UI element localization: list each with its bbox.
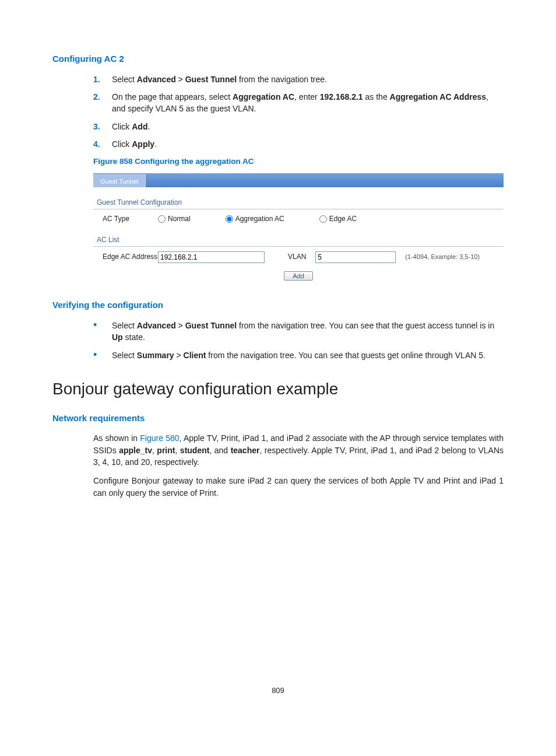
text: Click	[112, 139, 132, 149]
text: On the page that appears, select	[112, 92, 233, 102]
text: Select	[112, 321, 137, 330]
bold-agg-ac-address: Aggregation AC Address	[390, 92, 486, 102]
figure-caption: Figure 858 Configuring the aggregation A…	[93, 156, 504, 167]
radio-normal-label: Normal	[168, 214, 191, 224]
text: Select	[112, 351, 137, 360]
heading-bonjour-example: Bonjour gateway configuration example	[52, 377, 504, 401]
text: >	[176, 321, 185, 330]
bold-advanced: Advanced	[137, 75, 176, 84]
text: >	[174, 351, 184, 360]
radio-edge-ac[interactable]: Edge AC	[319, 214, 357, 224]
bold-add: Add	[132, 122, 147, 131]
radio-normal[interactable]: Normal	[158, 214, 191, 224]
paragraph-2: Configure Bonjour gateway to make sure i…	[93, 475, 504, 499]
label-ac-type: AC Type	[103, 214, 158, 224]
text: from the navigation tree. You can see th…	[206, 351, 485, 360]
label-edge-ac-address: Edge AC Address	[103, 252, 158, 262]
bullet-body: Select Advanced > Guest Tunnel from the …	[112, 320, 504, 344]
row-edge-ac: Edge AC Address VLAN (1-4094, Example: 3…	[93, 251, 504, 263]
text: >	[176, 75, 185, 84]
bold-apply: Apply	[132, 139, 154, 149]
radio-normal-input[interactable]	[158, 215, 166, 223]
text: .	[147, 122, 150, 131]
step-body: Click Add.	[112, 121, 504, 132]
embedded-screenshot: Guest Tunnel Guest Tunnel Configuration …	[93, 173, 504, 282]
panel-title-ac-list: AC List	[97, 235, 504, 245]
text: Select	[112, 75, 137, 84]
step-number: 3.	[93, 121, 112, 132]
text: state.	[123, 332, 145, 342]
section-heading-configuring-ac2: Configuring AC 2	[52, 52, 504, 65]
text: ,	[175, 446, 180, 455]
tab-bar: Guest Tunnel	[93, 173, 504, 187]
input-vlan[interactable]	[315, 251, 396, 263]
bold-apple-tv: apple_tv	[119, 446, 152, 455]
step-1: 1. Select Advanced > Guest Tunnel from t…	[93, 74, 504, 85]
step-3: 3. Click Add.	[93, 121, 504, 132]
figure-link[interactable]: Figure 580	[140, 433, 179, 443]
page-number: 809	[52, 685, 504, 696]
text: , enter	[294, 92, 320, 102]
text: .	[154, 139, 157, 149]
bold-up: Up	[112, 332, 123, 342]
bold-guest-tunnel: Guest Tunnel	[185, 321, 237, 330]
bold-print: print	[157, 446, 175, 455]
bold-student: student	[180, 446, 210, 455]
bullet-list-verify: • Select Advanced > Guest Tunnel from th…	[52, 320, 504, 361]
bold-client: Client	[184, 351, 206, 360]
radio-aggregation-label: Aggregation AC	[235, 214, 284, 224]
text: from the navigation tree. You can see th…	[237, 321, 494, 330]
bold-guest-tunnel: Guest Tunnel	[185, 75, 237, 84]
step-number: 1.	[93, 74, 112, 85]
radio-edge-input[interactable]	[319, 215, 327, 223]
step-4: 4. Click Apply.	[93, 138, 504, 150]
section-heading-network-req: Network requirements	[52, 412, 504, 425]
step-body: On the page that appears, select Aggrega…	[112, 91, 504, 115]
step-2: 2. On the page that appears, select Aggr…	[93, 91, 504, 115]
bold-summary: Summary	[137, 351, 174, 360]
bold-teacher: teacher	[231, 446, 260, 455]
panel-title-config: Guest Tunnel Configuration	[97, 198, 504, 208]
row-ac-type: AC Type Normal Aggregation AC Edge AC	[93, 214, 504, 224]
bullet-body: Select Summary > Client from the navigat…	[112, 349, 504, 361]
bullet-2: • Select Summary > Client from the navig…	[93, 349, 504, 361]
ordered-steps: 1. Select Advanced > Guest Tunnel from t…	[52, 74, 504, 150]
step-number: 4.	[93, 138, 112, 150]
bullet-icon: •	[93, 349, 112, 361]
text: as the	[363, 92, 390, 102]
label-vlan: VLAN	[288, 252, 306, 262]
text: , and	[209, 446, 230, 455]
radio-aggregation-input[interactable]	[226, 215, 233, 223]
step-number: 2.	[93, 91, 112, 115]
paragraph-1: As shown in Figure 580, Apple TV, Print,…	[93, 432, 504, 468]
add-button-row: Add	[93, 271, 504, 281]
section-heading-verifying: Verifying the configuration	[52, 299, 504, 312]
radio-group-ac-type: Normal Aggregation AC Edge AC	[158, 214, 357, 224]
text: As shown in	[93, 433, 140, 443]
bullet-icon: •	[93, 320, 112, 344]
text: Click	[112, 122, 132, 131]
radio-edge-label: Edge AC	[329, 214, 357, 224]
bold-ip: 192.168.2.1	[320, 92, 363, 102]
radio-aggregation-ac[interactable]: Aggregation AC	[226, 214, 284, 224]
divider	[93, 246, 504, 247]
bold-aggregation-ac: Aggregation AC	[233, 92, 294, 102]
divider	[93, 209, 504, 209]
tab-guest-tunnel[interactable]: Guest Tunnel	[93, 174, 146, 187]
bold-advanced: Advanced	[137, 321, 176, 330]
text: from the navigation tree.	[237, 75, 327, 84]
add-button[interactable]: Add	[284, 271, 313, 281]
step-body: Click Apply.	[112, 138, 504, 150]
step-body: Select Advanced > Guest Tunnel from the …	[112, 74, 504, 85]
hint-vlan-range: (1-4094, Example: 3,5-10)	[405, 253, 480, 262]
input-edge-ac-address[interactable]	[158, 251, 265, 263]
bullet-1: • Select Advanced > Guest Tunnel from th…	[93, 320, 504, 344]
